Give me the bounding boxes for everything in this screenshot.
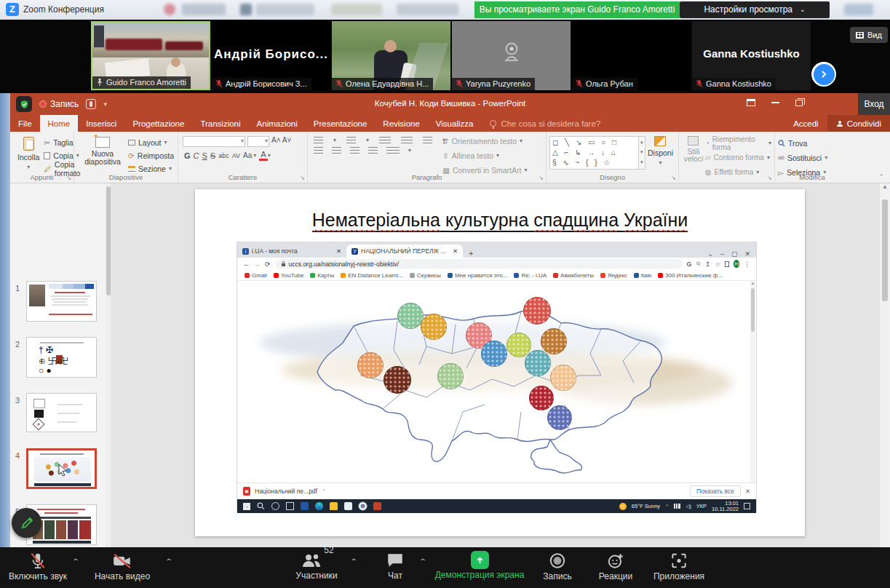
mute-button[interactable]: Включить звук	[6, 551, 70, 581]
italic-button[interactable]: C	[192, 151, 201, 160]
ppt-tab-transizioni[interactable]: Transizioni	[192, 115, 248, 132]
ppt-tab-inserisci[interactable]: Inserisci	[78, 115, 124, 132]
reset-button[interactable]: ⟳Reimposta	[128, 149, 174, 162]
reload-icon[interactable]: ⟳	[265, 261, 271, 268]
chat-button[interactable]: Чат	[375, 551, 416, 581]
bookmark-item[interactable]: Мне нравится это...	[448, 272, 508, 279]
bookmark-item[interactable]: Карты	[310, 272, 334, 279]
bookmark-item[interactable]: Сервисы	[410, 272, 441, 279]
minimize-icon[interactable]	[771, 102, 779, 103]
font-color-button[interactable]: A	[259, 150, 267, 161]
next-participants-button[interactable]	[811, 62, 836, 87]
shape-gallery[interactable]: ◻ ╲ ↘ ▭ ○ □ △ ⌐ ↳ → ↓ ⌂ § ∿ ~ { } ☆	[549, 136, 639, 170]
char-spacing-button[interactable]: AV	[231, 152, 242, 159]
tell-me-search[interactable]: Che cosa si desidera fare?	[481, 115, 609, 132]
bookmark-item[interactable]: Gmail	[245, 272, 267, 279]
participants-button[interactable]: 52 Участники	[291, 551, 342, 581]
collapse-ribbon-icon[interactable]: ⌃	[878, 173, 884, 180]
reactions-button[interactable]: Реакции	[592, 551, 639, 581]
ppt-tab-presentazione[interactable]: Presentazione	[306, 115, 376, 132]
ppt-tab-file[interactable]: File	[10, 115, 40, 132]
shape-effects-button[interactable]: ◍Effetti forma▾	[705, 166, 771, 178]
chrome-icon[interactable]	[359, 502, 367, 510]
font-family-select[interactable]	[183, 136, 245, 147]
paste-button[interactable]: Incolla▾	[13, 135, 44, 175]
forward-icon[interactable]: →	[254, 261, 261, 268]
mute-options-chevron[interactable]: ⌃	[71, 557, 80, 565]
dialog-launcher-icon[interactable]: ↘	[767, 175, 772, 181]
participant-tile-guido[interactable]: Guido Franco Amoretti	[91, 21, 210, 90]
share-page-icon[interactable]: ↥	[705, 261, 711, 268]
login-button[interactable]: Вход	[858, 93, 890, 115]
decrease-indent-icon[interactable]	[379, 137, 391, 143]
tab-close-icon[interactable]: ✕	[453, 247, 458, 255]
show-all-button[interactable]: Показать все	[690, 485, 741, 497]
replace-button[interactable]: abSostituisci▾	[778, 151, 846, 164]
columns-icon[interactable]	[386, 147, 400, 154]
start-button[interactable]	[243, 503, 250, 510]
bookmark-star-icon[interactable]: ☆	[715, 261, 720, 268]
shadow-button[interactable]: abc	[217, 152, 231, 159]
dialog-launcher-icon[interactable]: ↘	[539, 175, 544, 181]
participant-tile-yaryna[interactable]: Yaryna Puzyrenko	[452, 21, 571, 90]
download-filename[interactable]: Національний пе...pdf	[255, 488, 317, 495]
slide-thumbnail-3[interactable]	[26, 393, 97, 432]
new-tab-icon[interactable]: +	[463, 249, 479, 258]
align-right-icon[interactable]	[350, 147, 359, 154]
browser-maximize-icon[interactable]: ▢	[731, 250, 738, 258]
accedi-button[interactable]: Accedi	[784, 119, 827, 128]
powerpoint-icon[interactable]	[373, 502, 381, 510]
address-bar[interactable]: uccs.org.ua/natsionalnyj-reiestr-obiekti…	[275, 259, 683, 269]
browser-close-icon[interactable]: ✕	[744, 250, 750, 258]
browser-tab-inactive[interactable]: i i.UA - моя почта ✕	[237, 245, 346, 258]
kebab-menu-icon[interactable]: ⋮	[744, 261, 750, 268]
justify-icon[interactable]	[368, 147, 378, 154]
browser-dropdown-icon[interactable]: ⌄	[707, 250, 713, 258]
increase-indent-icon[interactable]	[401, 137, 413, 143]
arrange-button[interactable]: Disponi▾	[645, 136, 675, 170]
participant-tile-olha[interactable]: Ольга Рубан	[572, 21, 691, 90]
ppt-tab-revisione[interactable]: Revisione	[375, 115, 428, 132]
ppt-tab-animazioni[interactable]: Animazioni	[249, 115, 306, 132]
language-indicator[interactable]: УКР	[696, 503, 707, 509]
slide-thumbnail-4-selected[interactable]	[26, 448, 97, 489]
font-size-select[interactable]	[247, 136, 269, 147]
search-icon[interactable]	[696, 261, 701, 267]
chat-options-chevron[interactable]: ⌃	[418, 557, 427, 565]
bookmark-item[interactable]: YouTube	[274, 272, 303, 279]
participant-tile-olena[interactable]: Олена Едуардівна Н...	[332, 21, 450, 90]
file-explorer-icon[interactable]	[330, 502, 338, 510]
network-icon[interactable]	[674, 504, 680, 509]
change-case-button[interactable]: Aa	[242, 151, 253, 159]
task-view-icon[interactable]	[286, 502, 294, 510]
browser-scrollbar[interactable]: ▲	[750, 281, 755, 482]
restore-icon[interactable]	[795, 100, 803, 106]
line-spacing-icon[interactable]	[423, 137, 432, 143]
video-options-chevron[interactable]: ⌃	[164, 557, 173, 565]
align-left-icon[interactable]	[314, 147, 323, 154]
google-services-icon[interactable]: G	[687, 261, 692, 268]
extension-icon[interactable]	[725, 261, 729, 267]
ppt-tab-home[interactable]: Home	[40, 115, 79, 132]
tab-close-icon[interactable]: ✕	[336, 247, 341, 255]
bookmark-item[interactable]: Яндекс	[600, 272, 627, 279]
dialog-launcher-icon[interactable]: ↘	[300, 175, 305, 181]
start-video-button[interactable]: Начать видео	[89, 551, 156, 581]
ribbon-display-options-icon[interactable]	[747, 99, 755, 106]
share-screen-button[interactable]: Демонстрация экрана	[434, 551, 525, 580]
taskbar-search-icon[interactable]	[257, 502, 265, 510]
slide-thumbnail-1[interactable]	[26, 281, 97, 322]
apps-button[interactable]: Приложения	[650, 551, 708, 581]
back-icon[interactable]: ←	[243, 261, 250, 268]
notification-center-icon[interactable]	[744, 503, 750, 509]
download-chevron-icon[interactable]: ⌃	[322, 488, 326, 494]
ppt-tab-visualizza[interactable]: Visualizza	[428, 115, 482, 132]
shape-gallery-scroll[interactable]: ▴▾▾	[639, 136, 645, 170]
new-slide-button[interactable]: Nuova diapositiva	[77, 135, 128, 175]
ppt-tab-progettazione[interactable]: Progettazione	[124, 115, 192, 132]
profile-avatar[interactable]: H	[734, 260, 739, 268]
bookmark-item[interactable]: Re: - i.UA	[514, 272, 547, 279]
view-settings-button[interactable]: Настройки просмотра ⌄	[680, 1, 830, 18]
view-mode-button[interactable]: Вид	[850, 27, 888, 43]
shape-fill-button[interactable]: ◔Riempimento forma▾	[705, 137, 771, 149]
